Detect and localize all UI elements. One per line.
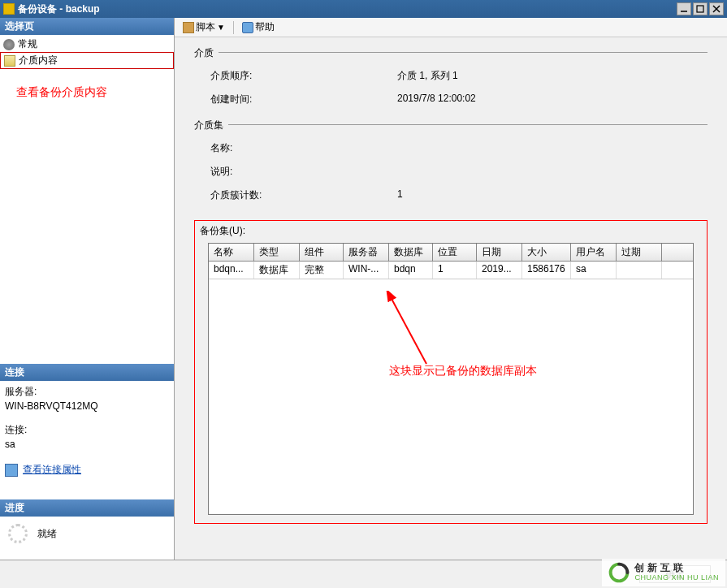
connection-section: 服务器: WIN-B8RVQT412MQ 连接: sa 查看连接属性 xyxy=(0,381,174,483)
grid-header: 名称 类型 组件 服务器 数据库 位置 日期 大小 用户名 过期 xyxy=(209,244,693,262)
window-title: 备份设备 - backup xyxy=(18,2,677,16)
media-legend: 介质 xyxy=(194,46,219,60)
sidebar-header-connection: 连接 xyxy=(0,364,174,381)
script-button[interactable]: 脚本 ▼ xyxy=(180,19,228,35)
server-value: WIN-B8RVQT412MQ xyxy=(5,400,169,412)
gear-icon xyxy=(3,39,15,50)
grid-cell: bdqn... xyxy=(209,262,254,279)
toolbar-separator xyxy=(233,21,234,34)
media-created-label: 创建时间: xyxy=(210,93,397,106)
svg-line-4 xyxy=(391,297,426,364)
minimize-button[interactable] xyxy=(677,2,691,15)
grid-header-cell[interactable]: 日期 xyxy=(477,244,522,261)
mediaset-family-label: 介质簇计数: xyxy=(210,188,397,202)
backupset-grid[interactable]: 名称 类型 组件 服务器 数据库 位置 日期 大小 用户名 过期 bdqn...… xyxy=(208,243,694,515)
page-icon xyxy=(4,55,15,67)
grid-cell: bdqn xyxy=(389,262,433,279)
backupset-label: 备份集(U): xyxy=(200,224,702,238)
grid-header-cell[interactable]: 数据库 xyxy=(389,244,433,261)
sidebar: 选择页 常规 介质内容 查看备份介质内容 连接 服务器: WIN-B8RVQT4… xyxy=(0,18,175,560)
grid-header-cell[interactable]: 用户名 xyxy=(571,244,617,261)
grid-cell: sa xyxy=(571,262,617,279)
mediaset-family-value: 1 xyxy=(397,188,691,202)
media-created-value: 2019/7/8 12:00:02 xyxy=(397,93,691,106)
mediaset-section: 介质集 名称: 说明: 介质簇计数: 1 xyxy=(194,124,708,207)
watermark-logo-icon xyxy=(608,562,630,583)
tree-item-media-content[interactable]: 介质内容 xyxy=(0,52,174,69)
maximize-button[interactable] xyxy=(693,2,708,15)
properties-icon xyxy=(5,464,18,477)
watermark-cn: 创新互联 xyxy=(634,563,719,573)
media-order-value: 介质 1, 系列 1 xyxy=(397,69,691,83)
close-button[interactable] xyxy=(709,2,724,15)
connection-label: 连接: xyxy=(5,423,169,437)
title-bar: 备份设备 - backup xyxy=(0,0,727,18)
grid-header-cell[interactable]: 大小 xyxy=(522,244,571,261)
table-row[interactable]: bdqn... 数据库 完整 WIN-... bdqn 1 2019... 15… xyxy=(209,262,693,279)
help-label: 帮助 xyxy=(255,20,275,34)
mediaset-desc-label: 说明: xyxy=(210,165,397,179)
toolbar: 脚本 ▼ 帮助 xyxy=(175,18,727,37)
grid-cell: WIN-... xyxy=(344,262,389,279)
media-order-label: 介质顺序: xyxy=(210,69,397,83)
media-section: 介质 介质顺序: 介质 1, 系列 1 创建时间: 2019/7/8 12:00… xyxy=(194,52,708,111)
watermark: 创新互联 CHUANG XIN HU LIAN xyxy=(602,559,725,586)
annotation-backup-copies: 这块显示已备份的数据库副本 xyxy=(389,364,537,378)
grid-cell: 数据库 xyxy=(254,262,300,279)
page-tree: 常规 介质内容 xyxy=(0,35,174,71)
grid-header-cell[interactable]: 名称 xyxy=(209,244,254,261)
script-label: 脚本 xyxy=(196,20,215,34)
server-label: 服务器: xyxy=(5,385,169,399)
script-icon xyxy=(183,22,194,33)
spinner-icon xyxy=(8,524,28,543)
grid-cell xyxy=(617,262,662,279)
tree-item-label: 介质内容 xyxy=(19,54,58,67)
help-icon xyxy=(242,22,253,33)
grid-cell: 1586176 xyxy=(522,262,571,279)
connection-value: sa xyxy=(5,439,169,450)
mediaset-desc-value xyxy=(397,165,691,179)
mediaset-legend: 介质集 xyxy=(194,119,228,132)
grid-header-cell[interactable]: 组件 xyxy=(300,244,344,261)
watermark-en: CHUANG XIN HU LIAN xyxy=(634,574,719,582)
tree-item-label: 常规 xyxy=(18,37,37,51)
annotation-view-media: 查看备份介质内容 xyxy=(16,85,158,100)
mediaset-name-label: 名称: xyxy=(210,141,397,155)
help-button[interactable]: 帮助 xyxy=(239,19,278,35)
grid-header-cell[interactable]: 位置 xyxy=(433,244,477,261)
grid-header-cell[interactable]: 服务器 xyxy=(344,244,389,261)
view-connection-props-link[interactable]: 查看连接属性 xyxy=(23,463,81,477)
mediaset-name-value xyxy=(397,141,691,155)
progress-status: 就绪 xyxy=(37,527,57,541)
sidebar-header-select: 选择页 xyxy=(0,18,174,35)
sidebar-header-progress: 进度 xyxy=(0,499,174,517)
tree-item-general[interactable]: 常规 xyxy=(0,37,174,52)
chevron-down-icon: ▼ xyxy=(217,23,225,32)
content-area: 脚本 ▼ 帮助 介质 介质顺序: 介质 1, 系列 1 创建时间: 2019/7… xyxy=(175,18,727,560)
grid-header-cell[interactable]: 过期 xyxy=(617,244,662,261)
grid-cell: 完整 xyxy=(300,262,344,279)
grid-cell: 1 xyxy=(433,262,477,279)
progress-section: 就绪 xyxy=(0,517,174,560)
svg-rect-1 xyxy=(697,6,703,12)
grid-header-cell[interactable]: 类型 xyxy=(254,244,300,261)
backupset-box: 备份集(U): 名称 类型 组件 服务器 数据库 位置 日期 大小 用户名 过期 xyxy=(194,220,708,524)
arrow-annotation-icon xyxy=(386,291,435,372)
grid-cell: 2019... xyxy=(477,262,522,279)
app-icon xyxy=(3,3,15,15)
